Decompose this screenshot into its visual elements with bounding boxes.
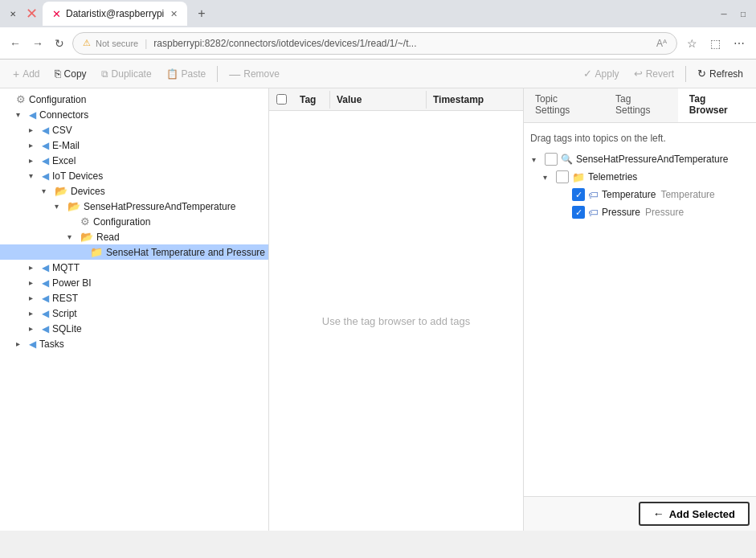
connector-icon: ◀	[42, 124, 49, 136]
tree-item[interactable]: ▾◀IoT Devices	[0, 168, 268, 183]
maximize-btn[interactable]: □	[737, 7, 750, 20]
toggle-arrow: ▸	[29, 263, 40, 272]
tree-item[interactable]: ▸◀MQTT	[0, 260, 268, 275]
new-tab-btn[interactable]: +	[190, 2, 213, 25]
tag-tree-pressure[interactable]: 🏷 Pressure Pressure	[530, 203, 750, 221]
tree-item[interactable]: ▾📂Devices	[0, 183, 268, 199]
folder-icon: 📂	[55, 185, 67, 197]
telemetries-checkbox[interactable]	[556, 170, 569, 183]
security-icon: ⚠	[83, 38, 91, 48]
back-btn[interactable]: ←	[6, 34, 24, 53]
tree-item-label: SenseHatPressureAndTemperature	[84, 201, 235, 212]
revert-button[interactable]: ↩ Revert	[627, 65, 680, 82]
tree-item[interactable]: ▸◀E-Mail	[0, 137, 268, 153]
duplicate-icon: ⧉	[101, 68, 108, 80]
tree-item[interactable]: ▾📂SenseHatPressureAndTemperature	[0, 199, 268, 214]
tree-item[interactable]: ▸◀REST	[0, 290, 268, 306]
tree-item-label: Read	[96, 232, 120, 243]
connector-icon: ◀	[42, 277, 49, 289]
collections-btn[interactable]: ⬚	[705, 34, 725, 53]
revert-icon: ↩	[634, 68, 643, 80]
temperature-checkbox[interactable]	[572, 188, 585, 201]
col-tag-header: Tag	[293, 91, 330, 109]
remove-button[interactable]: — Remove	[223, 65, 286, 83]
root-checkbox[interactable]	[545, 153, 558, 166]
sidebar: ⚙Configuration▾◀Connectors▸◀CSV▸◀E-Mail▸…	[0, 88, 269, 531]
toggle-arrow: ▾	[55, 202, 66, 211]
tree-item[interactable]: ⚙Configuration	[0, 92, 268, 107]
tree-item[interactable]: ▸◀CSV	[0, 122, 268, 137]
browser-logo: ✕	[26, 5, 38, 23]
tree-item[interactable]: ▾📂Read	[0, 229, 268, 244]
pressure-label: Pressure	[602, 207, 640, 218]
connector-icon: ◀	[42, 154, 49, 166]
tree-item[interactable]: ⚙Configuration	[0, 214, 268, 229]
connector-icon: ◀	[29, 338, 36, 350]
table-empty-message: Use the tag browser to add tags	[269, 111, 523, 531]
connector-icon: ◀	[42, 322, 49, 334]
search-icon: 🔍	[561, 154, 573, 165]
tree-item-label: IoT Devices	[52, 170, 103, 182]
tab-tag-browser[interactable]: Tag Browser	[678, 88, 756, 122]
tag-tree-telemetries[interactable]: ▾ 📁 Telemetries	[530, 168, 750, 186]
folder-icon: 📂	[67, 200, 80, 212]
select-all-checkbox[interactable]	[276, 94, 287, 105]
not-secure-label: Not secure	[96, 39, 138, 48]
panel-tabs: Topic Settings Tag Settings Tag Browser	[524, 88, 756, 123]
toggle-arrow: ▸	[29, 156, 40, 165]
tree-item[interactable]: ▸◀SQLite	[0, 321, 268, 336]
reload-btn[interactable]: ↻	[51, 34, 67, 53]
close-window-btn[interactable]: ✕	[6, 7, 19, 20]
tree-item-label: Script	[52, 308, 77, 319]
add-selected-button[interactable]: ← Add Selected	[639, 502, 750, 526]
connector-icon: ◀	[42, 170, 49, 182]
tab-close-btn[interactable]: ✕	[170, 9, 178, 19]
tree-item-label: Devices	[71, 186, 105, 197]
tab-topic-settings[interactable]: Topic Settings	[524, 88, 604, 122]
pressure-checkbox[interactable]	[572, 206, 585, 219]
tree-item[interactable]: ▸◀Script	[0, 306, 268, 321]
add-button[interactable]: + Add	[6, 65, 47, 83]
bookmark-btn[interactable]: ☆	[682, 34, 702, 53]
tab-tag-settings[interactable]: Tag Settings	[604, 88, 678, 122]
header-checkbox[interactable]	[269, 94, 293, 105]
tab-title: Dataristix@raspberrypi	[66, 8, 164, 19]
toggle-arrow: ▾	[29, 171, 40, 180]
tree-item[interactable]: 📁SenseHat Temperature and Pressure	[0, 244, 268, 260]
tab-icon: ✕	[52, 8, 61, 20]
tree-item-label: Power BI	[52, 277, 92, 289]
telemetries-folder-icon: 📁	[572, 171, 585, 183]
tree-item[interactable]: ▸◀Power BI	[0, 275, 268, 290]
paste-button[interactable]: 📋 Paste	[160, 66, 213, 82]
address-input[interactable]: ⚠ Not secure | raspberrypi:8282/connecto…	[72, 32, 677, 55]
tree-item[interactable]: ▾◀Connectors	[0, 107, 268, 122]
copy-button[interactable]: ⎘ Copy	[48, 65, 93, 82]
toolbar-separator	[217, 66, 218, 82]
tag-tree-temperature[interactable]: 🏷 Temperature Temperature	[530, 186, 750, 203]
connector-icon: ◀	[42, 307, 49, 319]
tag-tree-root[interactable]: ▾ 🔍 SenseHatPressureAndTemperature	[530, 150, 750, 168]
duplicate-button[interactable]: ⧉ Duplicate	[95, 66, 158, 82]
col-timestamp-header: Timestamp	[427, 91, 523, 109]
root-toggle-arrow: ▾	[532, 155, 541, 164]
forward-btn[interactable]: →	[29, 34, 47, 53]
bottom-bar: ← Add Selected	[524, 496, 756, 531]
tree-item-label: Tasks	[39, 338, 64, 350]
tree-item[interactable]: ▸◀Excel	[0, 153, 268, 168]
temperature-tag-icon: 🏷	[588, 189, 599, 201]
tree-item[interactable]: ▸◀Tasks	[0, 336, 268, 351]
tree-item-label: Configuration	[93, 216, 150, 228]
refresh-button[interactable]: ↻ Refresh	[691, 65, 750, 82]
address-text: raspberrypi:8282/connectors/iotdevices/d…	[153, 38, 648, 49]
minimize-btn[interactable]: ─	[717, 7, 730, 20]
gear-icon: ⚙	[16, 93, 26, 105]
browser-actions: ☆ ⬚ ⋯	[682, 34, 750, 53]
root-label: SenseHatPressureAndTemperature	[576, 154, 728, 165]
settings-btn[interactable]: ⋯	[729, 34, 750, 53]
tree-item-label: SenseHat Temperature and Pressure	[106, 247, 265, 258]
paste-icon: 📋	[166, 68, 178, 80]
browser-chrome: ✕ ✕ ✕ Dataristix@raspberrypi ✕ + ─ □ ← →…	[0, 0, 756, 59]
browser-tab[interactable]: ✕ Dataristix@raspberrypi ✕	[43, 2, 187, 26]
apply-button[interactable]: ✓ Apply	[577, 65, 626, 82]
connector-icon: ◀	[42, 292, 49, 304]
